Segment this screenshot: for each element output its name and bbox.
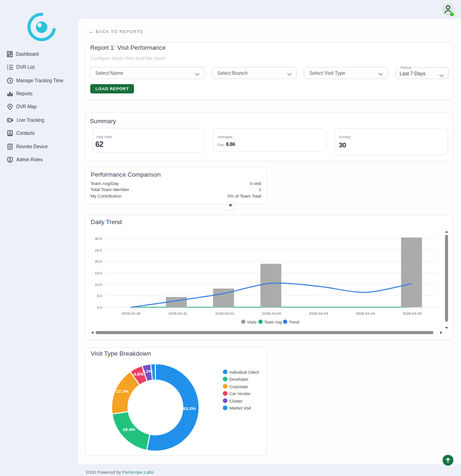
svg-text:15.0: 15.0 xyxy=(95,271,102,275)
svg-text:3.2%: 3.2% xyxy=(142,369,153,374)
svg-text:2026-03-31: 2026-03-31 xyxy=(168,311,187,316)
svg-text:10.0: 10.0 xyxy=(95,283,102,287)
svg-text:Team Avg: Team Avg xyxy=(264,320,282,324)
svg-text:20.0: 20.0 xyxy=(95,259,102,264)
svg-text:2026-04-04: 2026-04-04 xyxy=(356,311,375,316)
svg-text:25.0: 25.0 xyxy=(95,248,102,252)
svg-text:53.2%: 53.2% xyxy=(183,406,196,411)
svg-text:Cluster: Cluster xyxy=(229,399,243,403)
svg-text:Trend: Trend xyxy=(289,320,299,324)
svg-text:30.0: 30.0 xyxy=(95,237,102,241)
svg-text:5.0: 5.0 xyxy=(97,294,102,298)
svg-text:Visits: Visits xyxy=(247,320,256,324)
svg-text:2026-03-30: 2026-03-30 xyxy=(121,311,140,316)
svg-text:17.7%: 17.7% xyxy=(116,389,129,394)
svg-text:2026-04-01: 2026-04-01 xyxy=(215,311,234,316)
svg-text:Market Visit: Market Visit xyxy=(229,406,251,410)
svg-text:0.0: 0.0 xyxy=(97,305,102,310)
svg-text:Car Vendor: Car Vendor xyxy=(229,391,251,396)
svg-text:2026-04-03: 2026-04-03 xyxy=(309,311,328,316)
svg-text:Developer: Developer xyxy=(229,377,248,382)
svg-text:2026-04-02: 2026-04-02 xyxy=(262,311,281,316)
svg-text:Corporate: Corporate xyxy=(229,384,248,389)
svg-text:2026-04-05: 2026-04-05 xyxy=(402,311,421,316)
svg-text:Individual Client: Individual Client xyxy=(229,370,259,375)
svg-text:19.4%: 19.4% xyxy=(123,427,135,432)
